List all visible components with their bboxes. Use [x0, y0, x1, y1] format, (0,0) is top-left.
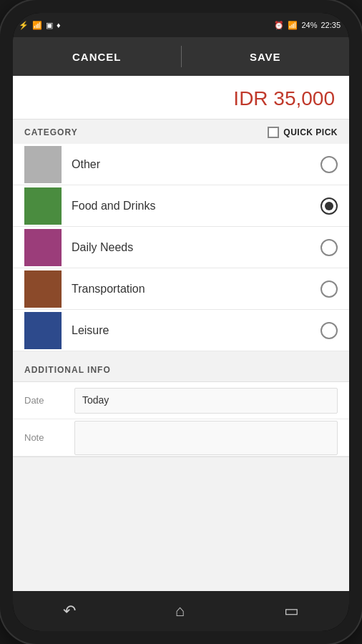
list-item[interactable]: Leisure: [13, 310, 349, 351]
amount-display: IDR 35,000: [233, 87, 335, 109]
usb-icon: ⚡: [19, 21, 29, 30]
category-other-label: Other: [72, 158, 321, 171]
leisure-color-swatch: [24, 312, 62, 349]
radio-food[interactable]: [321, 197, 338, 215]
cancel-button[interactable]: CANCEL: [13, 37, 181, 76]
radio-leisure[interactable]: [321, 322, 338, 339]
wifi-icon: 📶: [32, 21, 42, 30]
category-daily-label: Daily Needs: [72, 241, 321, 254]
signal-bars-icon: 📶: [288, 21, 298, 30]
category-leisure-label: Leisure: [72, 324, 321, 337]
main-content: IDR 35,000 CATEGORY QUICK PICK Other: [13, 76, 349, 591]
category-list: Other Food and Drinks Daily Needs: [13, 144, 349, 351]
list-item[interactable]: Transportation: [13, 268, 349, 310]
phone-icon: ▣: [46, 21, 53, 30]
list-item[interactable]: Food and Drinks: [13, 185, 349, 227]
radio-food-selected: [325, 202, 333, 210]
radio-transport[interactable]: [321, 280, 338, 298]
android-icon: ♦: [57, 21, 61, 29]
quick-pick-row[interactable]: QUICK PICK: [268, 127, 338, 138]
additional-info-section: ADDITIONAL INFO Date Today Note: [13, 356, 349, 457]
clock: 22:35: [321, 21, 341, 29]
category-section-header: CATEGORY QUICK PICK: [13, 119, 349, 144]
food-color-swatch: [24, 187, 62, 225]
phone-frame: ⚡ 📶 ▣ ♦ ⏰ 📶 24% 22:35 CANCEL SAVE IDR 35…: [0, 0, 362, 644]
home-button[interactable]: ⌂: [161, 596, 199, 626]
recents-button[interactable]: ▭: [270, 596, 313, 626]
action-bar: CANCEL SAVE: [13, 37, 349, 76]
note-field-row: Note: [13, 419, 349, 457]
additional-fields: Date Today Note: [13, 381, 349, 457]
radio-other[interactable]: [321, 156, 338, 173]
amount-row: IDR 35,000: [13, 76, 349, 119]
phone-screen: ⚡ 📶 ▣ ♦ ⏰ 📶 24% 22:35 CANCEL SAVE IDR 35…: [13, 13, 349, 631]
other-color-swatch: [24, 146, 62, 183]
status-bar: ⚡ 📶 ▣ ♦ ⏰ 📶 24% 22:35: [13, 13, 349, 37]
date-input[interactable]: Today: [74, 388, 338, 414]
transport-color-swatch: [24, 270, 62, 308]
save-button[interactable]: SAVE: [182, 37, 350, 76]
note-label: Note: [24, 432, 74, 443]
list-item[interactable]: Other: [13, 144, 349, 185]
additional-header: ADDITIONAL INFO: [13, 356, 349, 381]
additional-title: ADDITIONAL INFO: [24, 365, 111, 375]
date-label: Date: [24, 395, 74, 406]
note-input[interactable]: [74, 421, 338, 455]
daily-color-swatch: [24, 229, 62, 266]
radio-daily[interactable]: [321, 239, 338, 256]
status-left-icons: ⚡ 📶 ▣ ♦: [19, 21, 61, 30]
battery-level: 24%: [301, 21, 317, 29]
back-button[interactable]: ↶: [49, 596, 90, 626]
category-title: CATEGORY: [24, 127, 78, 137]
quick-pick-label: QUICK PICK: [283, 127, 338, 137]
date-value: Today: [82, 394, 109, 406]
alarm-icon: ⏰: [274, 21, 284, 30]
list-item[interactable]: Daily Needs: [13, 227, 349, 268]
status-right: ⏰ 📶 24% 22:35: [274, 21, 341, 30]
date-field-row: Date Today: [13, 382, 349, 419]
category-food-label: Food and Drinks: [72, 200, 321, 213]
quick-pick-checkbox[interactable]: [268, 127, 279, 138]
category-transport-label: Transportation: [72, 283, 321, 296]
bottom-nav: ↶ ⌂ ▭: [13, 591, 349, 631]
